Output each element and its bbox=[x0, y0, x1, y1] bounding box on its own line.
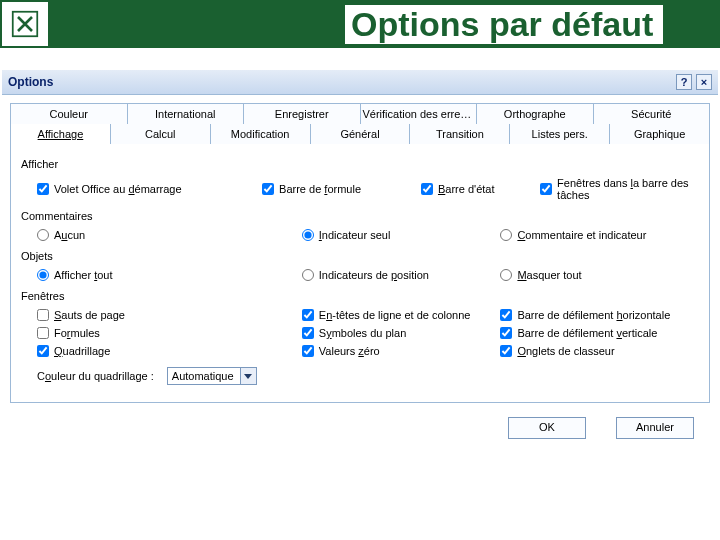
tab-securite[interactable]: Sécurité bbox=[594, 103, 711, 124]
chk-valeurs-zero[interactable] bbox=[302, 345, 314, 357]
combo-value: Automatique bbox=[168, 370, 240, 382]
cancel-button[interactable]: Annuler bbox=[616, 417, 694, 439]
chk-fenetres-barre-taches[interactable] bbox=[540, 183, 552, 195]
section-objets-label: Objets bbox=[21, 250, 699, 262]
page-title: Options par défaut bbox=[345, 5, 663, 44]
lbl-aucun[interactable]: Aucun bbox=[54, 229, 85, 241]
ok-button[interactable]: OK bbox=[508, 417, 586, 439]
section-commentaires-label: Commentaires bbox=[21, 210, 699, 222]
tab-general[interactable]: Général bbox=[311, 124, 411, 144]
lbl-entetes[interactable]: En-têtes de ligne et de colonne bbox=[319, 309, 471, 321]
tab-graphique[interactable]: Graphique bbox=[610, 124, 710, 144]
tab-row-1: Couleur International Enregistrer Vérifi… bbox=[10, 103, 710, 124]
radio-masquer-tout[interactable] bbox=[500, 269, 512, 281]
lbl-masquer-tout[interactable]: Masquer tout bbox=[517, 269, 581, 281]
lbl-valeurs-zero[interactable]: Valeurs zéro bbox=[319, 345, 380, 357]
lbl-barre-formule[interactable]: Barre de formule bbox=[279, 183, 361, 195]
combo-couleur-quadrillage[interactable]: Automatique bbox=[167, 367, 257, 385]
radio-indicateurs-position[interactable] bbox=[302, 269, 314, 281]
chk-formules[interactable] bbox=[37, 327, 49, 339]
tab-listes-pers[interactable]: Listes pers. bbox=[510, 124, 610, 144]
radio-commentaire-indicateur[interactable] bbox=[500, 229, 512, 241]
section-fenetres-label: Fenêtres bbox=[21, 290, 699, 302]
lbl-indicateur-seul[interactable]: Indicateur seul bbox=[319, 229, 391, 241]
lbl-fenetres-barre-taches[interactable]: Fenêtres dans la barre des tâches bbox=[557, 177, 699, 201]
lbl-indicateurs-position[interactable]: Indicateurs de position bbox=[319, 269, 429, 281]
chk-defilement-h[interactable] bbox=[500, 309, 512, 321]
slide-header: Options par défaut bbox=[0, 0, 720, 50]
tab-international[interactable]: International bbox=[128, 103, 245, 124]
tab-calcul[interactable]: Calcul bbox=[111, 124, 211, 144]
lbl-formules[interactable]: Formules bbox=[54, 327, 100, 339]
tab-transition[interactable]: Transition bbox=[410, 124, 510, 144]
dialog-title: Options bbox=[8, 75, 53, 89]
close-button[interactable]: × bbox=[696, 74, 712, 90]
lbl-quadrillage[interactable]: Quadrillage bbox=[54, 345, 110, 357]
chk-barre-etat[interactable] bbox=[421, 183, 433, 195]
tab-orthographe[interactable]: Orthographe bbox=[477, 103, 594, 124]
tab-modification[interactable]: Modification bbox=[211, 124, 311, 144]
tab-row-2: Affichage Calcul Modification Général Tr… bbox=[10, 124, 710, 144]
lbl-couleur-quadrillage: Couleur du quadrillage : bbox=[37, 370, 154, 382]
lbl-defilement-v[interactable]: Barre de défilement verticale bbox=[517, 327, 657, 339]
help-button[interactable]: ? bbox=[676, 74, 692, 90]
radio-afficher-tout[interactable] bbox=[37, 269, 49, 281]
chk-volet-office[interactable] bbox=[37, 183, 49, 195]
lbl-barre-etat[interactable]: Barre d'état bbox=[438, 183, 495, 195]
lbl-volet-office[interactable]: Volet Office au démarrage bbox=[54, 183, 182, 195]
tab-panel-affichage: Afficher Volet Office au démarrage Barre… bbox=[10, 144, 710, 403]
chk-defilement-v[interactable] bbox=[500, 327, 512, 339]
chk-symboles-plan[interactable] bbox=[302, 327, 314, 339]
dialog-titlebar: Options ? × bbox=[2, 70, 718, 95]
chk-barre-formule[interactable] bbox=[262, 183, 274, 195]
lbl-sauts-page[interactable]: Sauts de page bbox=[54, 309, 125, 321]
tab-enregistrer[interactable]: Enregistrer bbox=[244, 103, 361, 124]
lbl-onglets-classeur[interactable]: Onglets de classeur bbox=[517, 345, 614, 357]
tab-couleur[interactable]: Couleur bbox=[10, 103, 128, 124]
chk-quadrillage[interactable] bbox=[37, 345, 49, 357]
chevron-down-icon[interactable] bbox=[240, 368, 256, 384]
radio-indicateur-seul[interactable] bbox=[302, 229, 314, 241]
radio-aucun[interactable] bbox=[37, 229, 49, 241]
options-dialog: Options ? × Couleur International Enregi… bbox=[2, 70, 718, 439]
lbl-afficher-tout[interactable]: Afficher tout bbox=[54, 269, 113, 281]
chk-sauts-page[interactable] bbox=[37, 309, 49, 321]
excel-icon bbox=[0, 0, 50, 48]
lbl-defilement-h[interactable]: Barre de défilement horizontale bbox=[517, 309, 670, 321]
lbl-commentaire-indicateur[interactable]: Commentaire et indicateur bbox=[517, 229, 646, 241]
lbl-symboles-plan[interactable]: Symboles du plan bbox=[319, 327, 406, 339]
tab-verification-erreurs[interactable]: Vérification des erreurs bbox=[361, 103, 478, 124]
section-afficher-label: Afficher bbox=[21, 158, 699, 170]
chk-entetes[interactable] bbox=[302, 309, 314, 321]
tab-affichage[interactable]: Affichage bbox=[10, 124, 111, 144]
chk-onglets-classeur[interactable] bbox=[500, 345, 512, 357]
